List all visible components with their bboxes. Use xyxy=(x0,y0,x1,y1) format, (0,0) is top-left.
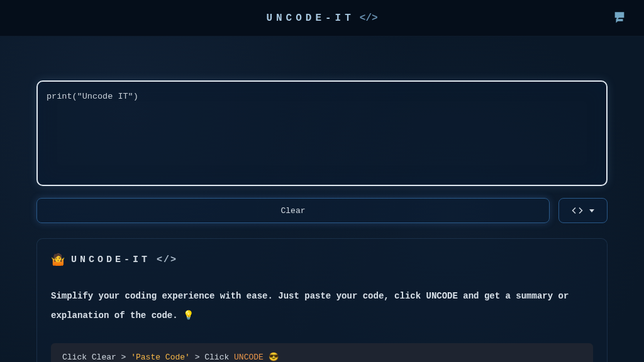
code-brackets-icon xyxy=(572,205,583,216)
panel-title: 🤷 UNCODE-IT </> xyxy=(51,253,593,266)
usage-hint: Click Clear > 'Paste Code' > Click UNCOD… xyxy=(51,343,593,362)
chevron-down-icon xyxy=(589,209,594,212)
code-input[interactable] xyxy=(36,80,608,186)
hint-uncode: UNCODE xyxy=(234,353,264,362)
clear-button[interactable]: Clear xyxy=(36,198,550,223)
info-panel: 🤷 UNCODE-IT </> Simplify your coding exp… xyxy=(36,238,608,362)
panel-description: Simplify your coding experience with eas… xyxy=(51,287,593,326)
hint-suffix: 😎 xyxy=(264,353,279,362)
shrug-emoji-icon: 🤷 xyxy=(51,253,65,266)
hint-prefix: Click Clear > xyxy=(62,353,131,362)
app-header: UNCODE-IT </> xyxy=(0,0,644,36)
chat-icon[interactable] xyxy=(613,9,626,26)
logo-text: UNCODE-IT xyxy=(266,13,354,24)
code-icon: </> xyxy=(360,13,378,24)
panel-title-text: UNCODE-IT xyxy=(71,255,150,265)
hint-mid: > Click xyxy=(190,353,234,362)
hint-paste: 'Paste Code' xyxy=(131,353,190,362)
controls-row: Clear xyxy=(36,198,608,223)
main-content: Clear 🤷 UNCODE-IT </> Simplify your codi… xyxy=(0,36,644,362)
app-logo: UNCODE-IT </> xyxy=(266,13,377,24)
code-icon: </> xyxy=(157,255,177,265)
mode-dropdown[interactable] xyxy=(558,198,608,223)
